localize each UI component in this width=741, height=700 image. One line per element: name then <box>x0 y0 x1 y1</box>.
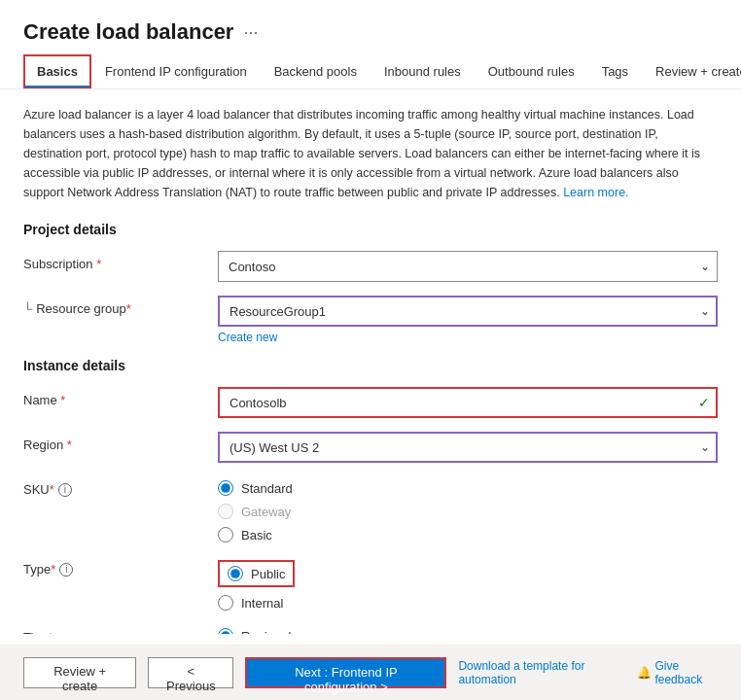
name-input[interactable] <box>218 387 718 418</box>
learn-more-link[interactable]: Learn more. <box>563 186 628 199</box>
subscription-required: * <box>96 257 101 271</box>
name-input-wrapper: ✓ <box>218 387 718 418</box>
subscription-label: Subscription * <box>23 251 218 271</box>
previous-button[interactable]: < Previous <box>148 657 233 688</box>
subscription-select[interactable]: Contoso <box>218 251 718 282</box>
name-row: Name * ✓ <box>23 387 718 418</box>
tab-frontend-ip[interactable]: Frontend IP configuration <box>91 54 261 88</box>
tier-regional-label: Regional <box>241 629 291 635</box>
name-label: Name * <box>23 387 218 407</box>
tab-inbound-rules[interactable]: Inbound rules <box>370 54 475 88</box>
tab-backend-pools[interactable]: Backend pools <box>261 54 370 88</box>
download-template-link[interactable]: Download a template for automation <box>458 659 621 686</box>
footer-links: Download a template for automation 🔔 Giv… <box>458 659 718 686</box>
sku-row: SKU * i Standard Gateway Basic <box>23 476 718 542</box>
tier-row: Tier * Regional Global <box>23 624 718 634</box>
type-label: Type * i <box>23 556 218 577</box>
region-control: (US) West US 2 ⌄ <box>218 432 718 463</box>
region-select-wrapper: (US) West US 2 ⌄ <box>218 432 718 463</box>
review-create-button[interactable]: Review + create <box>23 657 136 688</box>
sku-gateway-label: Gateway <box>241 505 291 519</box>
subscription-row: Subscription * Contoso ⌄ <box>23 251 718 282</box>
tab-tags[interactable]: Tags <box>588 54 642 88</box>
region-row: Region * (US) West US 2 ⌄ <box>23 432 718 463</box>
subscription-select-wrapper: Contoso ⌄ <box>218 251 718 282</box>
type-internal-label: Internal <box>241 596 283 611</box>
type-public-radio[interactable] <box>228 566 243 581</box>
sku-standard-label: Standard <box>241 481 293 496</box>
sku-basic-option[interactable]: Basic <box>218 527 718 542</box>
feedback-icon: 🔔 <box>637 666 652 680</box>
sku-gateway-radio <box>218 504 233 519</box>
instance-details-section-title: Instance details <box>23 358 718 373</box>
tab-outbound-rules[interactable]: Outbound rules <box>475 54 588 88</box>
sku-basic-radio[interactable] <box>218 527 233 542</box>
next-button[interactable]: Next : Frontend IP configuration > <box>245 657 446 688</box>
subscription-control: Contoso ⌄ <box>218 251 718 282</box>
description-text: Azure load balancer is a layer 4 load ba… <box>23 105 718 202</box>
tab-basics[interactable]: Basics <box>23 54 91 88</box>
type-internal-option[interactable]: Internal <box>218 595 718 611</box>
type-public-label: Public <box>251 567 285 581</box>
sku-radio-group: Standard Gateway Basic <box>218 476 718 542</box>
create-new-link[interactable]: Create new <box>218 331 277 344</box>
name-control: ✓ <box>218 387 718 418</box>
sku-label: SKU * i <box>23 476 218 497</box>
name-checkmark-icon: ✓ <box>698 395 710 410</box>
sku-basic-label: Basic <box>241 528 272 542</box>
tier-label: Tier * <box>23 624 218 634</box>
type-internal-radio[interactable] <box>218 595 233 611</box>
tab-review-create[interactable]: Review + create <box>642 54 741 88</box>
type-public-option[interactable]: Public <box>218 560 295 587</box>
tier-regional-radio[interactable] <box>218 628 233 634</box>
ellipsis-menu[interactable]: ··· <box>243 22 258 43</box>
tier-regional-option[interactable]: Regional <box>218 628 718 634</box>
type-radio-group: Public Internal <box>218 556 718 611</box>
region-label: Region * <box>23 432 218 452</box>
tier-radio-group: Regional Global <box>218 624 718 634</box>
sku-control: Standard Gateway Basic <box>218 476 718 542</box>
type-control: Public Internal <box>218 556 718 611</box>
resource-group-select-wrapper: ResourceGroup1 ⌄ <box>218 296 718 327</box>
tier-control: Regional Global <box>218 624 718 634</box>
feedback-link[interactable]: 🔔 Give feedback <box>637 659 718 686</box>
project-details-section-title: Project details <box>23 222 718 237</box>
sku-standard-radio[interactable] <box>218 480 233 496</box>
type-info-icon[interactable]: i <box>59 563 73 577</box>
resource-group-label: └ Resource group * <box>23 296 218 316</box>
resource-group-select[interactable]: ResourceGroup1 <box>218 296 718 327</box>
region-select[interactable]: (US) West US 2 <box>218 432 718 463</box>
type-row: Type * i Public Internal <box>23 556 718 611</box>
navigation-tabs: Basics Frontend IP configuration Backend… <box>0 54 741 89</box>
sku-standard-option[interactable]: Standard <box>218 480 718 496</box>
resource-group-control: ResourceGroup1 ⌄ Create new <box>218 296 718 344</box>
sku-gateway-option[interactable]: Gateway <box>218 504 718 519</box>
sku-info-icon[interactable]: i <box>58 483 72 497</box>
footer: Review + create < Previous Next : Fronte… <box>0 645 741 700</box>
resource-group-row: └ Resource group * ResourceGroup1 ⌄ Crea… <box>23 296 718 344</box>
page-title: Create load balancer <box>23 19 233 45</box>
main-content: Azure load balancer is a layer 4 load ba… <box>0 89 741 634</box>
